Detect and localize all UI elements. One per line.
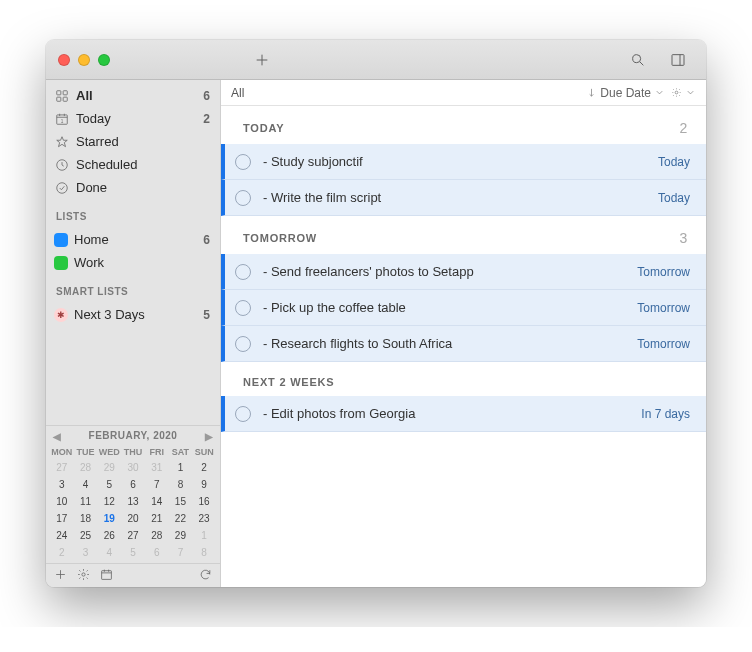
settings-button[interactable]: [77, 568, 90, 584]
calendar-day[interactable]: 30: [121, 459, 145, 476]
sidebar-item-scheduled[interactable]: Scheduled: [46, 153, 220, 176]
calendar-day[interactable]: 7: [145, 476, 169, 493]
calendar-day[interactable]: 28: [145, 527, 169, 544]
calendar-day[interactable]: 9: [192, 476, 216, 493]
calendar-day[interactable]: 1: [192, 527, 216, 544]
task-title: - Edit photos from Georgia: [263, 406, 641, 421]
calendar-day[interactable]: 5: [121, 544, 145, 561]
section-header: TODAY2: [221, 106, 706, 144]
calendar-day[interactable]: 22: [169, 510, 193, 527]
filter-scope[interactable]: All: [231, 86, 580, 100]
calendar-day[interactable]: 25: [74, 527, 98, 544]
calendar-day[interactable]: 29: [169, 527, 193, 544]
task-checkbox[interactable]: [235, 300, 251, 316]
sidebar-list-home[interactable]: Home6: [46, 228, 220, 251]
svg-point-0: [633, 54, 641, 62]
calendar-day[interactable]: 27: [50, 459, 74, 476]
calendar-day[interactable]: 6: [145, 544, 169, 561]
view-options-button[interactable]: [671, 87, 696, 98]
task-checkbox[interactable]: [235, 190, 251, 206]
calendar-day[interactable]: 23: [192, 510, 216, 527]
sidebar-item-done[interactable]: Done: [46, 176, 220, 199]
task-row[interactable]: - Research flights to South AfricaTomorr…: [221, 326, 706, 362]
sidebar-item-label: Next 3 Days: [74, 307, 197, 322]
calendar-day[interactable]: 27: [121, 527, 145, 544]
sidebar-list-work[interactable]: Work: [46, 251, 220, 274]
calendar-day[interactable]: 7: [169, 544, 193, 561]
calendar-day[interactable]: 14: [145, 493, 169, 510]
sidebar-item-starred[interactable]: Starred: [46, 130, 220, 153]
section-title: TODAY: [243, 122, 284, 134]
calendar-next-button[interactable]: ▶: [202, 429, 216, 443]
calendar-day[interactable]: 8: [169, 476, 193, 493]
task-checkbox[interactable]: [235, 406, 251, 422]
plus-icon: [254, 52, 270, 68]
minimize-window-button[interactable]: [78, 54, 90, 66]
svg-point-10: [82, 572, 85, 575]
section-count: 3: [679, 230, 688, 246]
calendar-day[interactable]: 31: [145, 459, 169, 476]
task-checkbox[interactable]: [235, 154, 251, 170]
calendar-day[interactable]: 6: [121, 476, 145, 493]
check-icon: [54, 180, 70, 196]
calendar-day[interactable]: 21: [145, 510, 169, 527]
calendar-day[interactable]: 2: [50, 544, 74, 561]
calendar-day[interactable]: 29: [97, 459, 121, 476]
task-row[interactable]: - Study subjonctifToday: [221, 144, 706, 180]
svg-rect-2: [57, 90, 61, 94]
sidebar-item-all[interactable]: All6: [46, 84, 220, 107]
sync-button[interactable]: [199, 568, 212, 584]
sort-dropdown[interactable]: Due Date: [586, 86, 665, 100]
close-window-button[interactable]: [58, 54, 70, 66]
task-row[interactable]: - Send freelancers' photos to SetappTomo…: [221, 254, 706, 290]
clock-icon: [54, 157, 70, 173]
calendar-day[interactable]: 16: [192, 493, 216, 510]
calendar-day[interactable]: 13: [121, 493, 145, 510]
task-row[interactable]: - Pick up the coffee tableTomorrow: [221, 290, 706, 326]
calendar-day[interactable]: 1: [169, 459, 193, 476]
task-title: - Pick up the coffee table: [263, 300, 637, 315]
window-controls: [58, 54, 110, 66]
section-count: 2: [679, 120, 688, 136]
calendar-prev-button[interactable]: ◀: [50, 429, 64, 443]
sidebar-lists-header: LISTS: [46, 203, 220, 224]
calendar-day[interactable]: 15: [169, 493, 193, 510]
task-checkbox[interactable]: [235, 336, 251, 352]
task-title: - Research flights to South Africa: [263, 336, 637, 351]
task-checkbox[interactable]: [235, 264, 251, 280]
zoom-window-button[interactable]: [98, 54, 110, 66]
task-row[interactable]: - Write the film scriptToday: [221, 180, 706, 216]
sidebar-smartlist-next-3-days[interactable]: ✱Next 3 Days5: [46, 303, 220, 326]
sidebar-item-count: 5: [203, 308, 210, 322]
chevron-down-icon: [685, 87, 696, 98]
sidebar-item-label: Done: [76, 180, 204, 195]
calendar-day[interactable]: 2: [192, 459, 216, 476]
calendar-day[interactable]: 10: [50, 493, 74, 510]
calendar-day[interactable]: 24: [50, 527, 74, 544]
sidebar-item-today[interactable]: 1Today2: [46, 107, 220, 130]
calendar-weekday: TUE: [74, 445, 98, 459]
calendar-day[interactable]: 8: [192, 544, 216, 561]
calendar-day[interactable]: 18: [74, 510, 98, 527]
svg-rect-3: [63, 90, 67, 94]
sidebar-item-label: Home: [74, 232, 197, 247]
add-list-button[interactable]: [54, 568, 67, 584]
calendar-day[interactable]: 12: [97, 493, 121, 510]
search-button[interactable]: [622, 48, 654, 72]
toggle-sidebar-button[interactable]: [662, 48, 694, 72]
calendar-day[interactable]: 28: [74, 459, 98, 476]
calendar-day[interactable]: 4: [74, 476, 98, 493]
new-task-button[interactable]: [246, 48, 278, 72]
calendar-day[interactable]: 5: [97, 476, 121, 493]
search-icon: [630, 52, 646, 68]
calendar-day[interactable]: 26: [97, 527, 121, 544]
calendar-day[interactable]: 20: [121, 510, 145, 527]
calendar-day[interactable]: 17: [50, 510, 74, 527]
calendar-day[interactable]: 3: [50, 476, 74, 493]
calendar-day[interactable]: 3: [74, 544, 98, 561]
calendar-toggle-button[interactable]: [100, 568, 113, 584]
calendar-day[interactable]: 19: [97, 510, 121, 527]
calendar-day[interactable]: 4: [97, 544, 121, 561]
task-row[interactable]: - Edit photos from GeorgiaIn 7 days: [221, 396, 706, 432]
calendar-day[interactable]: 11: [74, 493, 98, 510]
